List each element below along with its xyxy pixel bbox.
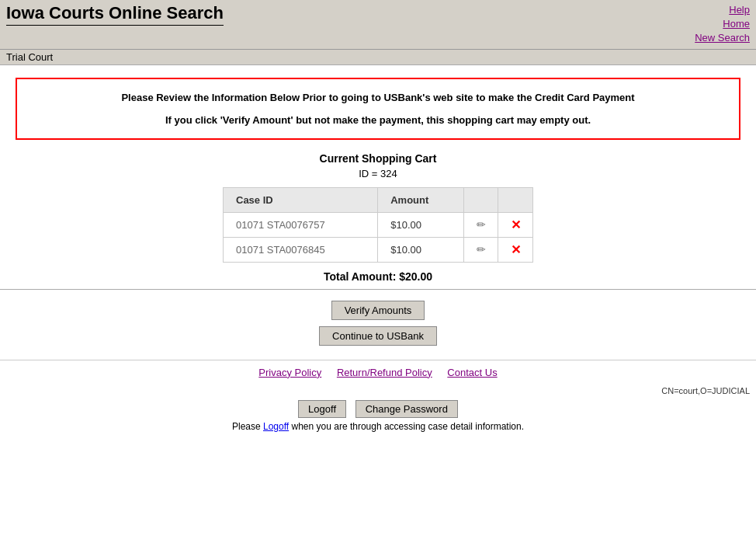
edit-cell[interactable]: ✏ <box>463 237 498 262</box>
logoff-note: Please Logoff when you are through acces… <box>0 421 756 432</box>
buttons-section: Verify Amounts Continue to USBank <box>0 301 756 346</box>
delete-cell[interactable]: ✕ <box>498 237 533 262</box>
new-search-link[interactable]: New Search <box>695 31 750 45</box>
total-amount: Total Amount: $20.00 <box>0 270 756 290</box>
cn-text: CN=court,O=JUDICIAL <box>0 385 756 397</box>
warning-box: Please Review the Information Below Prio… <box>16 78 740 140</box>
logoff-section: Logoff Change Password <box>0 400 756 418</box>
edit-header <box>463 187 498 212</box>
delete-icon[interactable]: ✕ <box>511 243 521 256</box>
edit-cell[interactable]: ✏ <box>463 212 498 237</box>
table-row: 01071 STA0076757$10.00✏✕ <box>224 212 533 237</box>
home-link[interactable]: Home <box>695 17 750 31</box>
delete-header <box>498 187 533 212</box>
logoff-note-after: when you are through accessing case deta… <box>289 421 524 432</box>
logoff-button[interactable]: Logoff <box>298 400 346 418</box>
footer-links: Privacy Policy Return/Refund Policy Cont… <box>0 360 756 385</box>
change-password-button[interactable]: Change Password <box>355 400 458 418</box>
cart-id: ID = 324 <box>0 168 756 179</box>
warning-line2: If you click 'Verify Amount' but not mak… <box>33 114 723 126</box>
court-type-label: Trial Court <box>6 51 53 63</box>
case-id-cell: 01071 STA0076845 <box>224 237 378 262</box>
cart-title: Current Shopping Cart <box>0 152 756 165</box>
delete-icon[interactable]: ✕ <box>511 218 521 232</box>
contact-us-link[interactable]: Contact Us <box>447 367 497 378</box>
edit-icon[interactable]: ✏ <box>477 218 486 231</box>
table-header-row: Case ID Amount <box>224 187 533 212</box>
header: Iowa Courts Online Search Help Home New … <box>0 0 756 50</box>
amount-cell: $10.00 <box>378 237 464 262</box>
amount-header: Amount <box>378 187 464 212</box>
cart-table: Case ID Amount 01071 STA0076757$10.00✏✕0… <box>223 187 533 263</box>
edit-icon[interactable]: ✏ <box>477 243 486 256</box>
table-row: 01071 STA0076845$10.00✏✕ <box>224 237 533 262</box>
amount-cell: $10.00 <box>378 212 464 237</box>
delete-cell[interactable]: ✕ <box>498 212 533 237</box>
verify-button[interactable]: Verify Amounts <box>331 301 425 320</box>
app-title: Iowa Courts Online Search <box>6 3 224 26</box>
continue-button[interactable]: Continue to USBank <box>319 326 437 346</box>
warning-line1: Please Review the Information Below Prio… <box>33 92 723 103</box>
refund-policy-link[interactable]: Return/Refund Policy <box>337 367 432 378</box>
logoff-note-before: Please <box>232 421 263 432</box>
sub-header: Trial Court <box>0 50 756 65</box>
help-link[interactable]: Help <box>695 3 750 17</box>
header-nav: Help Home New Search <box>695 3 750 46</box>
case-id-header: Case ID <box>224 187 378 212</box>
cart-section: Current Shopping Cart ID = 324 Case ID A… <box>0 152 756 290</box>
privacy-policy-link[interactable]: Privacy Policy <box>258 367 321 378</box>
case-id-cell: 01071 STA0076757 <box>224 212 378 237</box>
cart-body: 01071 STA0076757$10.00✏✕01071 STA0076845… <box>224 212 533 262</box>
logoff-note-link[interactable]: Logoff <box>263 421 289 432</box>
